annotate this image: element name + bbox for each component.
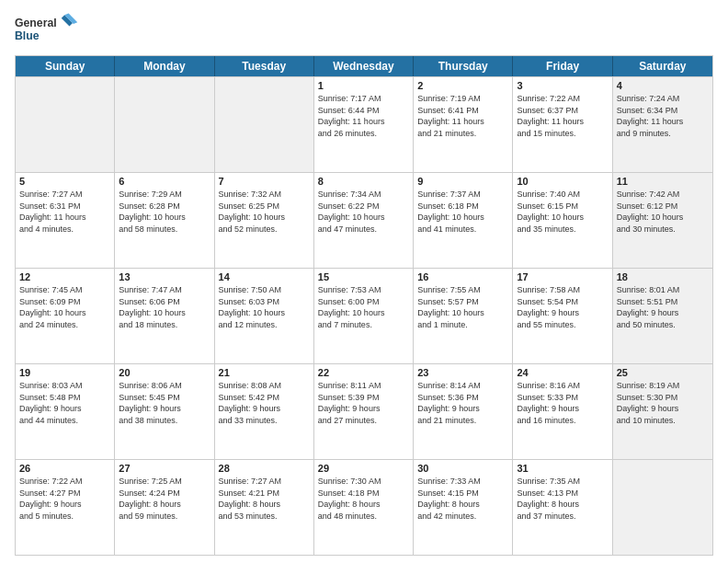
cal-cell-r3-c6: 25Sunrise: 8:19 AM Sunset: 5:30 PM Dayli… — [613, 364, 712, 459]
day-number: 19 — [19, 367, 110, 378]
cal-cell-r2-c6: 18Sunrise: 8:01 AM Sunset: 5:51 PM Dayli… — [613, 269, 712, 363]
cell-text: Sunrise: 8:03 AM Sunset: 5:48 PM Dayligh… — [19, 380, 110, 426]
day-number: 20 — [119, 367, 210, 378]
cell-text: Sunrise: 8:19 AM Sunset: 5:30 PM Dayligh… — [617, 380, 709, 426]
calendar: SundayMondayTuesdayWednesdayThursdayFrid… — [15, 55, 713, 556]
cell-text: Sunrise: 7:47 AM Sunset: 6:06 PM Dayligh… — [119, 284, 210, 330]
cal-cell-r0-c6: 4Sunrise: 7:24 AM Sunset: 6:34 PM Daylig… — [613, 77, 712, 172]
day-number: 10 — [517, 176, 608, 187]
calendar-body: 1Sunrise: 7:17 AM Sunset: 6:44 PM Daylig… — [16, 76, 712, 555]
day-number: 15 — [318, 271, 409, 282]
cal-cell-r4-c5: 31Sunrise: 7:35 AM Sunset: 4:13 PM Dayli… — [513, 460, 612, 555]
day-number: 18 — [617, 271, 709, 282]
cal-header-sunday: Sunday — [16, 56, 115, 76]
day-number: 16 — [417, 271, 508, 282]
cell-text: Sunrise: 7:35 AM Sunset: 4:13 PM Dayligh… — [517, 476, 608, 522]
cell-text: Sunrise: 7:25 AM Sunset: 4:24 PM Dayligh… — [119, 476, 210, 522]
day-number: 27 — [119, 463, 210, 474]
cell-text: Sunrise: 7:17 AM Sunset: 6:44 PM Dayligh… — [318, 93, 409, 139]
cal-cell-r3-c1: 20Sunrise: 8:06 AM Sunset: 5:45 PM Dayli… — [115, 364, 214, 459]
day-number: 3 — [517, 80, 608, 91]
cal-cell-r4-c2: 28Sunrise: 7:27 AM Sunset: 4:21 PM Dayli… — [215, 460, 314, 555]
cal-cell-r0-c3: 1Sunrise: 7:17 AM Sunset: 6:44 PM Daylig… — [314, 77, 414, 172]
cal-cell-r0-c2 — [215, 77, 314, 172]
calendar-header: SundayMondayTuesdayWednesdayThursdayFrid… — [16, 56, 712, 76]
cell-text: Sunrise: 8:06 AM Sunset: 5:45 PM Dayligh… — [119, 380, 210, 426]
cal-cell-r2-c0: 12Sunrise: 7:45 AM Sunset: 6:09 PM Dayli… — [16, 269, 115, 363]
cal-row-2: 12Sunrise: 7:45 AM Sunset: 6:09 PM Dayli… — [16, 268, 712, 363]
day-number: 12 — [19, 271, 110, 282]
day-number: 8 — [318, 176, 409, 187]
day-number: 7 — [219, 176, 310, 187]
day-number: 29 — [318, 463, 409, 474]
cal-cell-r2-c3: 15Sunrise: 7:53 AM Sunset: 6:00 PM Dayli… — [314, 269, 414, 363]
cell-text: Sunrise: 8:08 AM Sunset: 5:42 PM Dayligh… — [219, 380, 310, 426]
cell-text: Sunrise: 7:27 AM Sunset: 6:31 PM Dayligh… — [19, 189, 110, 235]
cal-cell-r2-c1: 13Sunrise: 7:47 AM Sunset: 6:06 PM Dayli… — [115, 269, 214, 363]
cell-text: Sunrise: 7:33 AM Sunset: 4:15 PM Dayligh… — [417, 476, 508, 522]
day-number: 11 — [617, 176, 709, 187]
cal-cell-r1-c2: 7Sunrise: 7:32 AM Sunset: 6:25 PM Daylig… — [215, 173, 314, 268]
cal-header-monday: Monday — [115, 56, 214, 76]
header: General Blue — [15, 11, 713, 48]
day-number: 1 — [318, 80, 409, 91]
day-number: 31 — [517, 463, 608, 474]
cell-text: Sunrise: 7:27 AM Sunset: 4:21 PM Dayligh… — [219, 476, 310, 522]
cell-text: Sunrise: 7:19 AM Sunset: 6:41 PM Dayligh… — [417, 93, 508, 139]
day-number: 9 — [417, 176, 508, 187]
day-number: 23 — [417, 367, 508, 378]
cal-cell-r1-c4: 9Sunrise: 7:37 AM Sunset: 6:18 PM Daylig… — [414, 173, 513, 268]
svg-text:General: General — [15, 17, 57, 29]
day-number: 17 — [517, 271, 608, 282]
logo-icon: General Blue — [15, 11, 79, 48]
cell-text: Sunrise: 7:32 AM Sunset: 6:25 PM Dayligh… — [219, 189, 310, 235]
cal-cell-r4-c1: 27Sunrise: 7:25 AM Sunset: 4:24 PM Dayli… — [115, 460, 214, 555]
page: General Blue SundayMondayTuesdayWednesda… — [0, 0, 728, 563]
cal-cell-r1-c5: 10Sunrise: 7:40 AM Sunset: 6:15 PM Dayli… — [513, 173, 612, 268]
cal-cell-r4-c3: 29Sunrise: 7:30 AM Sunset: 4:18 PM Dayli… — [314, 460, 414, 555]
cell-text: Sunrise: 7:42 AM Sunset: 6:12 PM Dayligh… — [617, 189, 709, 235]
cal-row-3: 19Sunrise: 8:03 AM Sunset: 5:48 PM Dayli… — [16, 363, 712, 459]
cell-text: Sunrise: 7:34 AM Sunset: 6:22 PM Dayligh… — [318, 189, 409, 235]
cal-header-friday: Friday — [513, 56, 612, 76]
cal-cell-r2-c5: 17Sunrise: 7:58 AM Sunset: 5:54 PM Dayli… — [513, 269, 612, 363]
cal-row-0: 1Sunrise: 7:17 AM Sunset: 6:44 PM Daylig… — [16, 76, 712, 172]
day-number: 4 — [617, 80, 709, 91]
cell-text: Sunrise: 7:55 AM Sunset: 5:57 PM Dayligh… — [417, 284, 508, 330]
cal-header-tuesday: Tuesday — [215, 56, 314, 76]
cal-cell-r3-c4: 23Sunrise: 8:14 AM Sunset: 5:36 PM Dayli… — [414, 364, 513, 459]
cal-cell-r0-c5: 3Sunrise: 7:22 AM Sunset: 6:37 PM Daylig… — [513, 77, 612, 172]
cell-text: Sunrise: 7:29 AM Sunset: 6:28 PM Dayligh… — [119, 189, 210, 235]
cal-cell-r3-c0: 19Sunrise: 8:03 AM Sunset: 5:48 PM Dayli… — [16, 364, 115, 459]
day-number: 25 — [617, 367, 709, 378]
logo: General Blue — [15, 11, 83, 48]
cell-text: Sunrise: 7:45 AM Sunset: 6:09 PM Dayligh… — [19, 284, 110, 330]
cal-row-1: 5Sunrise: 7:27 AM Sunset: 6:31 PM Daylig… — [16, 172, 712, 268]
day-number: 6 — [119, 176, 210, 187]
cal-header-saturday: Saturday — [613, 56, 712, 76]
cal-cell-r4-c4: 30Sunrise: 7:33 AM Sunset: 4:15 PM Dayli… — [414, 460, 513, 555]
cal-cell-r1-c3: 8Sunrise: 7:34 AM Sunset: 6:22 PM Daylig… — [314, 173, 414, 268]
cal-row-4: 26Sunrise: 7:22 AM Sunset: 4:27 PM Dayli… — [16, 459, 712, 555]
day-number: 22 — [318, 367, 409, 378]
cal-cell-r2-c4: 16Sunrise: 7:55 AM Sunset: 5:57 PM Dayli… — [414, 269, 513, 363]
cell-text: Sunrise: 8:11 AM Sunset: 5:39 PM Dayligh… — [318, 380, 409, 426]
day-number: 13 — [119, 271, 210, 282]
cell-text: Sunrise: 7:58 AM Sunset: 5:54 PM Dayligh… — [517, 284, 608, 330]
cell-text: Sunrise: 8:14 AM Sunset: 5:36 PM Dayligh… — [417, 380, 508, 426]
svg-text:Blue: Blue — [15, 29, 40, 42]
cal-cell-r1-c6: 11Sunrise: 7:42 AM Sunset: 6:12 PM Dayli… — [613, 173, 712, 268]
day-number: 5 — [19, 176, 110, 187]
cal-cell-r3-c3: 22Sunrise: 8:11 AM Sunset: 5:39 PM Dayli… — [314, 364, 414, 459]
day-number: 26 — [19, 463, 110, 474]
cal-cell-r0-c4: 2Sunrise: 7:19 AM Sunset: 6:41 PM Daylig… — [414, 77, 513, 172]
cell-text: Sunrise: 7:30 AM Sunset: 4:18 PM Dayligh… — [318, 476, 409, 522]
cell-text: Sunrise: 7:22 AM Sunset: 6:37 PM Dayligh… — [517, 93, 608, 139]
cell-text: Sunrise: 7:53 AM Sunset: 6:00 PM Dayligh… — [318, 284, 409, 330]
cal-header-thursday: Thursday — [414, 56, 513, 76]
day-number: 24 — [517, 367, 608, 378]
cell-text: Sunrise: 7:40 AM Sunset: 6:15 PM Dayligh… — [517, 189, 608, 235]
day-number: 28 — [219, 463, 310, 474]
cal-cell-r2-c2: 14Sunrise: 7:50 AM Sunset: 6:03 PM Dayli… — [215, 269, 314, 363]
cal-cell-r1-c1: 6Sunrise: 7:29 AM Sunset: 6:28 PM Daylig… — [115, 173, 214, 268]
